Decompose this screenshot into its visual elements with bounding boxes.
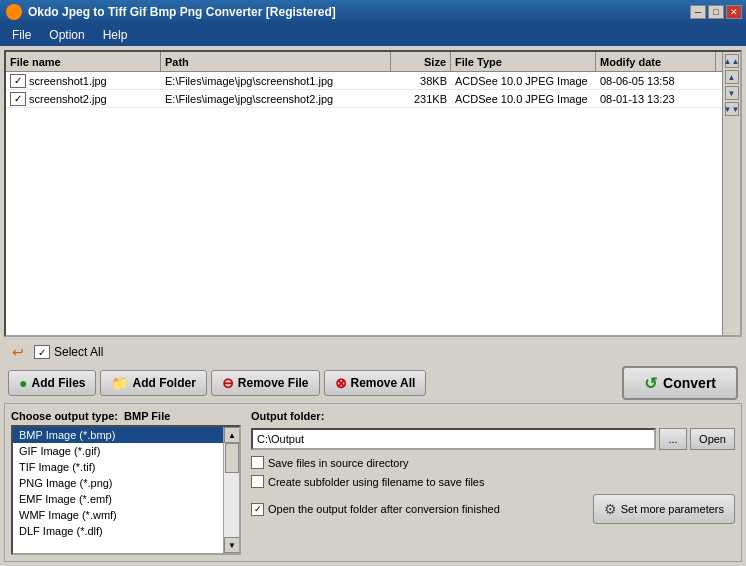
remove-all-icon: ⊗ [335,375,347,391]
col-header-size: Size [391,52,451,71]
list-scroll-up-button[interactable]: ▲ [224,427,240,443]
list-item[interactable]: BMP Image (*.bmp) [13,427,223,443]
list-scroll-down-button[interactable]: ▼ [224,537,240,553]
table-row: screenshot2.jpg E:\Files\image\jpg\scree… [6,90,722,108]
file-cell-name-1: screenshot2.jpg [6,91,161,107]
menu-help[interactable]: Help [95,26,136,44]
option-checkbox-0[interactable] [251,456,264,469]
folder-row: ... Open [251,428,735,450]
list-item[interactable]: DLF Image (*.dlf) [13,523,223,539]
scroll-top-button[interactable]: ▲▲ [725,54,739,68]
list-item[interactable]: PNG Image (*.png) [13,475,223,491]
option-row-2: Open the output folder after conversion … [251,503,500,516]
bottom-row: Open the output folder after conversion … [251,494,735,524]
menu-option[interactable]: Option [41,26,92,44]
set-params-button[interactable]: ⚙ Set more parameters [593,494,735,524]
bottom-section: Choose output type: BMP File BMP Image (… [4,403,742,562]
file-cell-date-0: 08-06-05 13:58 [596,74,716,88]
add-files-button[interactable]: ● Add Files [8,370,96,396]
output-folder-label: Output folder: [251,410,735,422]
remove-file-icon: ⊖ [222,375,234,391]
file-cell-name-0: screenshot1.jpg [6,73,161,89]
file-cell-size-1: 231KB [391,92,451,106]
output-type-list: BMP Image (*.bmp) GIF Image (*.gif) TIF … [11,425,241,555]
file-cell-type-1: ACDSee 10.0 JPEG Image [451,92,596,106]
list-item[interactable]: TIF Image (*.tif) [13,459,223,475]
select-all-bar: ↩ Select All [4,341,742,363]
file-checkbox-0[interactable] [10,74,26,88]
file-cell-path-1: E:\Files\image\jpg\screenshot2.jpg [161,92,391,106]
file-list-inner: File name Path Size File Type Modify dat… [6,52,722,335]
folder-path-input[interactable] [251,428,656,450]
main-window: File name Path Size File Type Modify dat… [0,46,746,566]
list-scroll-thumb[interactable] [225,443,239,473]
title-text: Okdo Jpeg to Tiff Gif Bmp Png Converter … [28,5,336,19]
add-files-icon: ● [19,375,27,391]
col-header-type: File Type [451,52,596,71]
gear-icon: ⚙ [604,501,617,517]
option-checkbox-2[interactable] [251,503,264,516]
file-checkbox-1[interactable] [10,92,26,106]
remove-all-button[interactable]: ⊗ Remove All [324,370,427,396]
scroll-buttons: ▲▲ ▲ ▼ ▼▼ [722,52,740,335]
add-folder-icon: 📁 [111,375,128,391]
file-cell-path-0: E:\Files\image\jpg\screenshot1.jpg [161,74,391,88]
back-icon[interactable]: ↩ [8,343,28,361]
list-scroll-track [224,443,239,537]
file-list-body: screenshot1.jpg E:\Files\image\jpg\scree… [6,72,722,335]
table-row: screenshot1.jpg E:\Files\image\jpg\scree… [6,72,722,90]
browse-button[interactable]: ... [659,428,687,450]
file-cell-date-1: 08-01-13 13:23 [596,92,716,106]
scroll-bottom-button[interactable]: ▼▼ [725,102,739,116]
file-list-header: File name Path Size File Type Modify dat… [6,52,722,72]
remove-file-button[interactable]: ⊖ Remove File [211,370,320,396]
open-folder-button[interactable]: Open [690,428,735,450]
option-row-1: Create subfolder using filename to save … [251,475,735,488]
restore-button[interactable]: □ [708,5,724,19]
scroll-up-button[interactable]: ▲ [725,70,739,84]
list-item[interactable]: GIF Image (*.gif) [13,443,223,459]
title-bar: Okdo Jpeg to Tiff Gif Bmp Png Converter … [0,0,746,24]
col-header-date: Modify date [596,52,716,71]
convert-button[interactable]: ↺ Convert [622,366,738,400]
list-scrollbar: ▲ ▼ [223,427,239,553]
list-item[interactable]: WMF Image (*.wmf) [13,507,223,523]
file-cell-type-0: ACDSee 10.0 JPEG Image [451,74,596,88]
output-type-label: Choose output type: BMP File [11,410,241,422]
file-list-container: File name Path Size File Type Modify dat… [4,50,742,337]
col-header-name: File name [6,52,161,71]
convert-icon: ↺ [644,374,657,393]
output-type-list-content: BMP Image (*.bmp) GIF Image (*.gif) TIF … [13,427,223,553]
option-row-0: Save files in source directory [251,456,735,469]
close-button[interactable]: ✕ [726,5,742,19]
menu-bar: File Option Help [0,24,746,46]
select-all-checkbox[interactable] [34,345,50,359]
list-item[interactable]: EMF Image (*.emf) [13,491,223,507]
toolbar: ● Add Files 📁 Add Folder ⊖ Remove File ⊗… [4,367,742,399]
option-checkbox-1[interactable] [251,475,264,488]
menu-file[interactable]: File [4,26,39,44]
app-icon [6,4,22,20]
minimize-button[interactable]: ─ [690,5,706,19]
output-type-panel: Choose output type: BMP File BMP Image (… [11,410,241,555]
select-all-label[interactable]: Select All [34,345,103,359]
window-controls: ─ □ ✕ [690,5,742,19]
title-bar-content: Okdo Jpeg to Tiff Gif Bmp Png Converter … [6,4,336,20]
file-cell-size-0: 38KB [391,74,451,88]
scroll-down-button[interactable]: ▼ [725,86,739,100]
add-folder-button[interactable]: 📁 Add Folder [100,370,206,396]
output-folder-panel: Output folder: ... Open Save files in so… [251,410,735,555]
col-header-path: Path [161,52,391,71]
